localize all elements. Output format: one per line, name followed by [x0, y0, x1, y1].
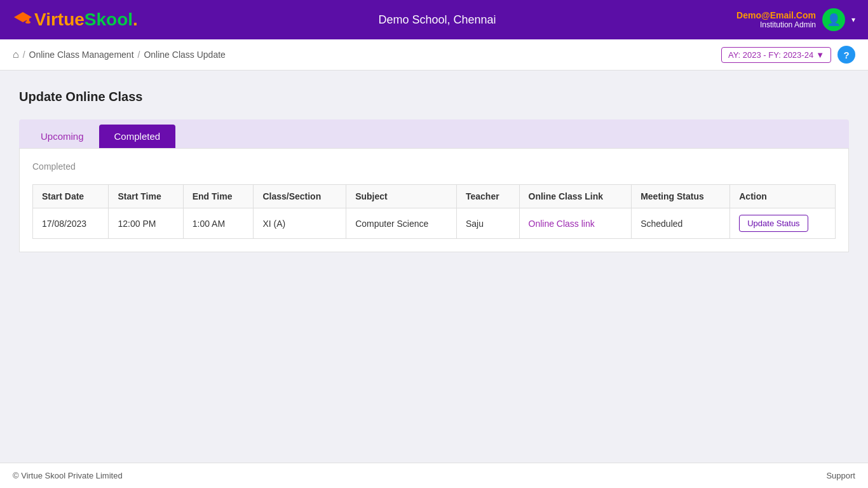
tabs-container: Upcoming Completed — [19, 119, 849, 148]
avatar: 👤 — [822, 8, 845, 31]
main-content: Update Online Class Upcoming Completed C… — [0, 71, 868, 284]
table-container: Completed Start Date Start Time End Time… — [19, 148, 849, 252]
col-teacher: Teacher — [457, 185, 520, 208]
col-start-date: Start Date — [33, 185, 109, 208]
copyright: © Virtue Skool Private Limited — [13, 471, 123, 480]
ay-selector[interactable]: AY: 2023 - FY: 2023-24 ▼ — [721, 47, 831, 63]
user-email-block: Demo@Email.Com Institution Admin — [736, 10, 816, 29]
cell-meeting-status: Scheduled — [632, 208, 730, 239]
col-action: Action — [730, 185, 836, 208]
help-button[interactable]: ? — [837, 46, 855, 64]
header: VirtueSkool. Demo School, Chennai Demo@E… — [0, 0, 868, 39]
col-meeting-status: Meeting Status — [632, 185, 730, 208]
col-online-class-link: Online Class Link — [519, 185, 632, 208]
cell-action: Update Status — [730, 208, 836, 239]
support-link[interactable]: Support — [826, 471, 855, 480]
online-class-link[interactable]: Online Class link — [529, 219, 595, 229]
ay-selector-label: AY: 2023 - FY: 2023-24 — [728, 50, 813, 60]
col-class-section: Class/Section — [254, 185, 346, 208]
breadcrumb-right: AY: 2023 - FY: 2023-24 ▼ ? — [721, 46, 855, 64]
update-status-button[interactable]: Update Status — [739, 215, 808, 232]
cell-class-section: XI (A) — [254, 208, 346, 239]
breadcrumb-online-class-management[interactable]: Online Class Management — [29, 50, 134, 60]
separator-2: / — [138, 50, 140, 60]
separator-1: / — [23, 50, 25, 60]
col-subject: Subject — [346, 185, 457, 208]
chevron-down-icon: ▼ — [816, 50, 824, 60]
user-email: Demo@Email.Com — [736, 10, 816, 20]
cell-subject: Computer Science — [346, 208, 457, 239]
logo-virtue: Virtue — [34, 10, 85, 29]
section-label: Completed — [32, 161, 836, 172]
page-title: Update Online Class — [19, 90, 849, 104]
table-header-row: Start Date Start Time End Time Class/Sec… — [33, 185, 836, 208]
breadcrumb: ⌂ / Online Class Management / Online Cla… — [13, 49, 226, 60]
class-table: Start Date Start Time End Time Class/Sec… — [32, 184, 836, 239]
logo-skool: Skool — [85, 10, 133, 29]
logo: VirtueSkool. — [13, 10, 138, 30]
footer: © Virtue Skool Private Limited Support — [0, 463, 868, 488]
user-role: Institution Admin — [736, 20, 816, 29]
col-start-time: Start Time — [109, 185, 183, 208]
col-end-time: End Time — [183, 185, 254, 208]
cell-online-class-link[interactable]: Online Class link — [519, 208, 632, 239]
chevron-down-icon[interactable]: ▾ — [851, 15, 855, 24]
breadcrumb-bar: ⌂ / Online Class Management / Online Cla… — [0, 39, 868, 71]
school-name: Demo School, Chennai — [378, 13, 496, 27]
cell-end-time: 1:00 AM — [183, 208, 254, 239]
breadcrumb-current: Online Class Update — [144, 50, 225, 60]
home-icon[interactable]: ⌂ — [13, 49, 19, 60]
cell-teacher: Saju — [457, 208, 520, 239]
logo-dot: . — [133, 10, 138, 29]
tab-completed[interactable]: Completed — [99, 125, 176, 148]
tab-upcoming[interactable]: Upcoming — [25, 125, 99, 148]
table-row: 17/08/2023 12:00 PM 1:00 AM XI (A) Compu… — [33, 208, 836, 239]
svg-point-2 — [25, 21, 31, 24]
user-info: Demo@Email.Com Institution Admin 👤 ▾ — [736, 8, 855, 31]
cell-start-time: 12:00 PM — [109, 208, 183, 239]
cell-start-date: 17/08/2023 — [33, 208, 109, 239]
